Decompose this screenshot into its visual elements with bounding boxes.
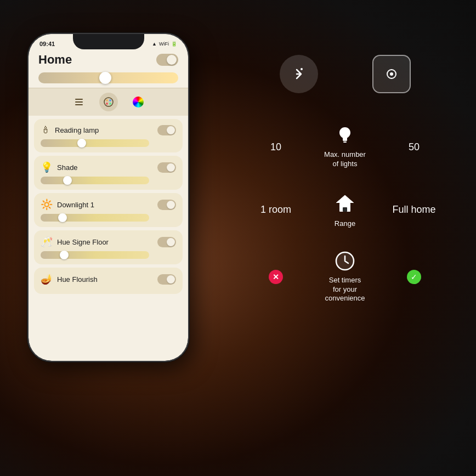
range-feature-row: 1 room Range Full home <box>230 180 460 240</box>
home-toggle[interactable] <box>156 54 178 66</box>
brightness-track[interactable] <box>38 72 178 83</box>
shade-icon: 💡 <box>41 161 53 173</box>
device-info-hue-flourish: 🪔 Hue Flourish <box>41 273 98 285</box>
device-list: 🕯 Reading lamp 💡 <box>29 116 188 297</box>
hue-flourish-toggle[interactable] <box>157 274 176 285</box>
signal-icon: ▲ <box>152 41 157 47</box>
tab-color[interactable] <box>129 93 148 111</box>
timers-feature-row: ✕ Set timersfor yourconvenience ✓ <box>230 240 460 315</box>
shade-slider-knob <box>63 176 72 185</box>
lights-min-value: 10 <box>270 141 281 153</box>
hue-signe-toggle-knob <box>167 238 175 246</box>
svg-point-5 <box>109 99 111 101</box>
hub-icon-box <box>372 55 411 93</box>
shade-slider[interactable] <box>41 177 149 184</box>
status-red-dot: ✕ <box>269 270 283 284</box>
device-info-reading-lamp: 🕯 Reading lamp <box>41 124 99 136</box>
device-info-downlight1: 🔆 Downlight 1 <box>41 199 94 211</box>
phone-screen: 09:41 ▲ WiFi 🔋 Home <box>29 34 188 361</box>
lights-max-value: 50 <box>409 141 420 153</box>
timers-center-col: Set timersfor yourconvenience <box>315 251 375 304</box>
downlight1-toggle-knob <box>167 201 175 209</box>
reading-lamp-slider-knob <box>77 139 86 148</box>
svg-rect-11 <box>343 140 347 141</box>
hue-flourish-icon: 🪔 <box>41 273 53 285</box>
downlight1-slider-knob <box>58 213 67 222</box>
device-hue-flourish: 🪔 Hue Flourish <box>34 268 183 294</box>
tab-palette[interactable] <box>99 93 118 111</box>
range-right-col: Full home <box>384 204 444 216</box>
svg-rect-1 <box>75 101 83 103</box>
right-panel: 10 Max. numberof lights 50 1 room <box>230 44 460 460</box>
phone-mockup: 09:41 ▲ WiFi 🔋 Home <box>27 33 192 362</box>
reading-lamp-toggle[interactable] <box>157 125 176 135</box>
downlight1-label: Downlight 1 <box>57 201 94 209</box>
top-icons-row <box>230 44 460 115</box>
downlight1-icon: 🔆 <box>41 199 53 211</box>
svg-point-6 <box>106 103 108 105</box>
lights-min-col: 10 <box>246 141 306 153</box>
device-shade: 💡 Shade <box>34 156 183 190</box>
svg-rect-12 <box>343 141 347 143</box>
device-downlight1: 🔆 Downlight 1 <box>34 193 183 227</box>
toggle-knob <box>167 55 177 65</box>
device-reading-lamp: 🕯 Reading lamp <box>34 119 183 152</box>
svg-point-4 <box>106 99 108 101</box>
lights-label: Max. numberof lights <box>324 150 366 169</box>
battery-icon: 🔋 <box>171 41 177 47</box>
tab-bar <box>29 88 188 116</box>
hue-signe-icon: 🥂 <box>41 236 53 248</box>
home-header: Home <box>29 49 188 72</box>
lights-center-col: Max. numberof lights <box>315 126 375 169</box>
status-icons: ▲ WiFi 🔋 <box>152 41 177 47</box>
lights-feature-row: 10 Max. numberof lights 50 <box>230 115 460 180</box>
downlight1-slider[interactable] <box>41 214 149 222</box>
brightness-knob[interactable] <box>99 72 111 84</box>
range-left-col: 1 room <box>246 204 306 216</box>
svg-rect-0 <box>75 99 83 100</box>
wifi-icon: WiFi <box>159 41 169 47</box>
range-right-value: Full home <box>392 204 435 216</box>
device-hue-signe: 🥂 Hue Signe Floor <box>34 230 183 264</box>
svg-point-7 <box>109 103 111 105</box>
hue-signe-toggle[interactable] <box>157 237 176 247</box>
timers-label: Set timersfor yourconvenience <box>325 276 365 304</box>
svg-point-8 <box>301 68 303 70</box>
range-left-value: 1 room <box>260 204 291 216</box>
hue-signe-slider[interactable] <box>41 251 149 259</box>
status-green-dot: ✓ <box>407 270 421 284</box>
reading-lamp-icon: 🕯 <box>41 124 50 136</box>
brightness-area <box>29 72 188 88</box>
bulb-icon <box>337 126 353 146</box>
svg-point-3 <box>104 98 113 106</box>
phone-shell: 09:41 ▲ WiFi 🔋 Home <box>27 33 189 362</box>
svg-rect-14 <box>343 207 347 212</box>
hue-signe-slider-knob <box>60 251 69 259</box>
tab-list[interactable] <box>70 93 88 111</box>
shade-toggle-knob <box>167 163 175 172</box>
timers-left-col: ✕ <box>246 270 306 284</box>
shade-label: Shade <box>57 163 78 172</box>
lights-max-col: 50 <box>384 141 444 153</box>
shade-toggle[interactable] <box>157 162 176 173</box>
downlight1-toggle[interactable] <box>157 200 176 210</box>
reading-lamp-toggle-knob <box>167 126 175 134</box>
range-center-col: Range <box>315 191 375 229</box>
hue-flourish-label: Hue Flourish <box>57 275 98 284</box>
timers-right-col: ✓ <box>384 270 444 284</box>
reading-lamp-label: Reading lamp <box>55 126 99 134</box>
home-title: Home <box>38 53 72 67</box>
device-info-hue-signe: 🥂 Hue Signe Floor <box>41 236 109 248</box>
hue-signe-label: Hue Signe Floor <box>57 238 109 246</box>
house-icon <box>333 191 357 215</box>
bluetooth-icon-circle <box>280 55 318 93</box>
device-info-shade: 💡 Shade <box>41 161 78 173</box>
reading-lamp-slider[interactable] <box>41 139 149 147</box>
svg-rect-2 <box>75 104 83 105</box>
svg-point-10 <box>390 72 393 76</box>
notch <box>73 34 144 49</box>
status-time: 09:41 <box>39 41 55 47</box>
hue-flourish-toggle-knob <box>167 275 175 284</box>
range-label: Range <box>335 219 355 229</box>
power-button <box>188 78 189 111</box>
